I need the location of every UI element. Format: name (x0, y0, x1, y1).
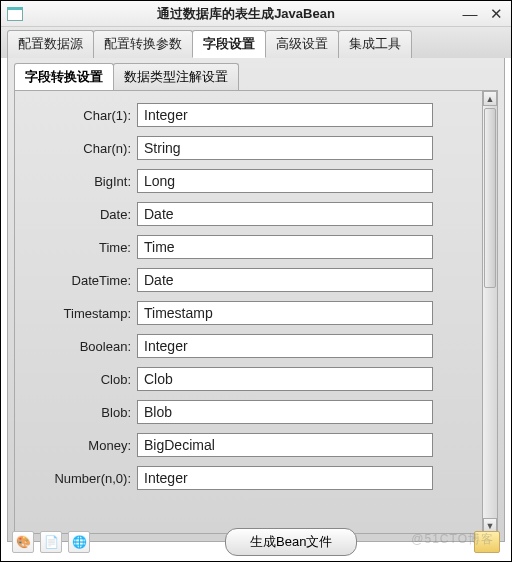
app-icon (7, 7, 23, 21)
window-title: 通过数据库的表生成JavaBean (29, 5, 463, 23)
field-input[interactable] (137, 466, 433, 490)
field-label: Money: (15, 438, 137, 453)
field-input[interactable] (137, 268, 433, 292)
tool-icon-1[interactable]: 🎨 (12, 531, 34, 553)
field-input[interactable] (137, 169, 433, 193)
form-row: BigInt: (15, 169, 497, 193)
form-row: Money: (15, 433, 497, 457)
form-row: Boolean: (15, 334, 497, 358)
scroll-up-icon[interactable]: ▲ (483, 91, 497, 106)
field-label: Char(n): (15, 141, 137, 156)
field-input[interactable] (137, 367, 433, 391)
field-input[interactable] (137, 301, 433, 325)
field-input[interactable] (137, 235, 433, 259)
field-label: Date: (15, 207, 137, 222)
tool-icon-3[interactable]: 🌐 (68, 531, 90, 553)
form-row: Char(1): (15, 103, 497, 127)
generate-bean-button[interactable]: 生成Bean文件 (225, 528, 357, 556)
form-row: Number(n,0): (15, 466, 497, 490)
field-label: Clob: (15, 372, 137, 387)
tool-icon-2[interactable]: 📄 (40, 531, 62, 553)
form-area: Char(1):Char(n):BigInt:Date:Time:DateTim… (14, 90, 498, 534)
scroll-thumb[interactable] (484, 108, 496, 288)
form-row: Char(n): (15, 136, 497, 160)
close-button[interactable]: ✕ (489, 1, 503, 27)
tab-integration[interactable]: 集成工具 (338, 30, 412, 58)
field-input[interactable] (137, 433, 433, 457)
scrollbar[interactable]: ▲ ▼ (482, 91, 497, 533)
field-label: Boolean: (15, 339, 137, 354)
window-controls: — ✕ (463, 1, 503, 27)
titlebar: 通过数据库的表生成JavaBean — ✕ (1, 1, 511, 27)
main-tabs: 配置数据源 配置转换参数 字段设置 高级设置 集成工具 (1, 27, 511, 58)
tool-icons: 🎨 📄 🌐 (12, 531, 90, 553)
form-row: DateTime: (15, 268, 497, 292)
field-input[interactable] (137, 136, 433, 160)
form-row: Clob: (15, 367, 497, 391)
tab-datasource[interactable]: 配置数据源 (7, 30, 94, 58)
field-input[interactable] (137, 400, 433, 424)
field-input[interactable] (137, 202, 433, 226)
tab-field-settings[interactable]: 字段设置 (192, 30, 266, 58)
field-label: Time: (15, 240, 137, 255)
bottom-toolbar: 🎨 📄 🌐 生成Bean文件 (0, 522, 512, 562)
tab-advanced[interactable]: 高级设置 (265, 30, 339, 58)
folder-icon[interactable] (474, 531, 500, 553)
content-panel: 字段转换设置 数据类型注解设置 Char(1):Char(n):BigInt:D… (7, 58, 505, 542)
field-label: Number(n,0): (15, 471, 137, 486)
field-label: BigInt: (15, 174, 137, 189)
form-row: Time: (15, 235, 497, 259)
field-input[interactable] (137, 103, 433, 127)
minimize-button[interactable]: — (463, 1, 477, 27)
subtab-field-convert[interactable]: 字段转换设置 (14, 63, 114, 90)
sub-tabs: 字段转换设置 数据类型注解设置 (8, 63, 504, 90)
field-label: Timestamp: (15, 306, 137, 321)
subtab-type-annotation[interactable]: 数据类型注解设置 (113, 63, 239, 90)
field-label: Char(1): (15, 108, 137, 123)
field-label: DateTime: (15, 273, 137, 288)
field-input[interactable] (137, 334, 433, 358)
field-label: Blob: (15, 405, 137, 420)
form-row: Blob: (15, 400, 497, 424)
form-row: Date: (15, 202, 497, 226)
tab-convert-params[interactable]: 配置转换参数 (93, 30, 193, 58)
form-row: Timestamp: (15, 301, 497, 325)
